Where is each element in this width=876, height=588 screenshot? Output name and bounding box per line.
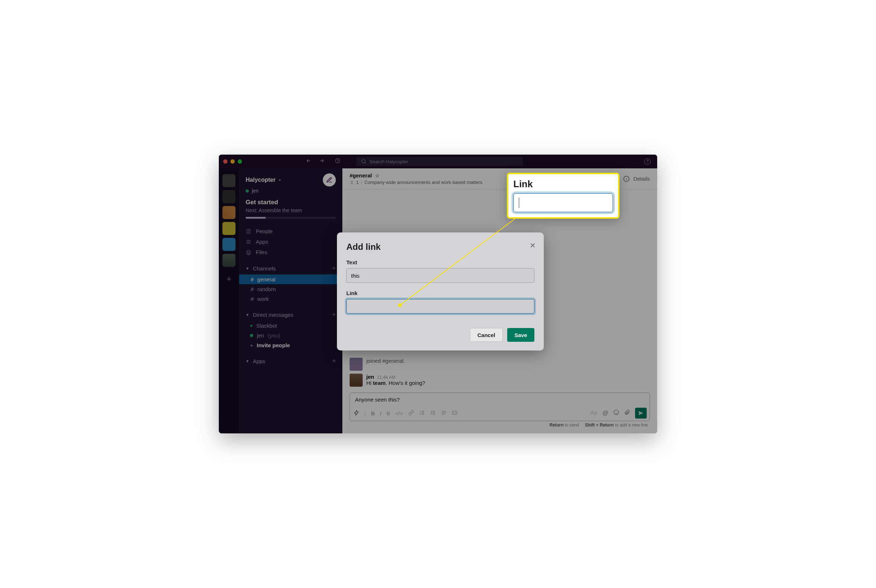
link-label: Link [346,290,534,296]
link-input[interactable] [346,299,534,314]
text-cursor [519,198,519,208]
close-icon[interactable]: ✕ [530,241,536,250]
callout-link-input[interactable] [513,194,613,212]
callout-title: Link [513,178,613,190]
add-link-modal: Add link ✕ Text Link Cancel Save [337,232,544,351]
text-input[interactable] [346,268,534,283]
cancel-button[interactable]: Cancel [470,328,503,342]
app-window: Search Halycopter ? + Halycopter [219,154,657,434]
save-button[interactable]: Save [507,328,534,342]
callout-popup: Link [507,173,619,219]
text-label: Text [346,259,534,266]
modal-title: Add link [346,242,534,252]
